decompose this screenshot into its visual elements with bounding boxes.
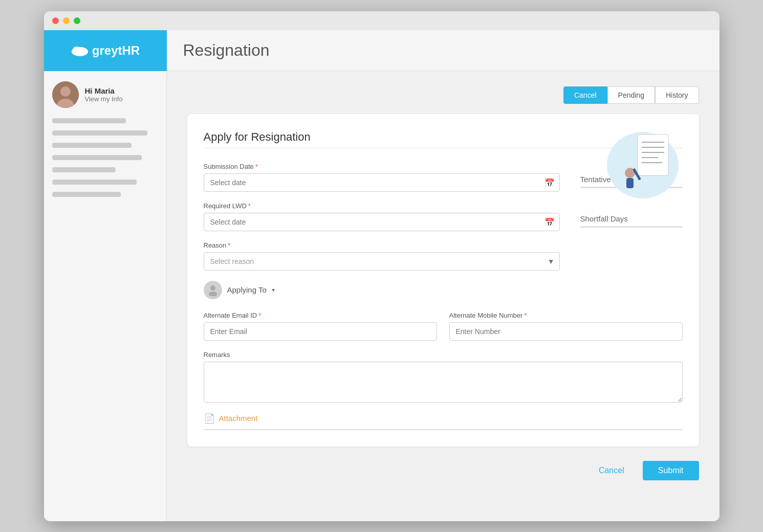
reason-group: Reason* Select reason ▼ xyxy=(204,241,560,271)
required-lwd-group: Required LWD* 📅 xyxy=(204,202,560,231)
nav-item-1[interactable] xyxy=(52,118,126,123)
nav-item-6[interactable] xyxy=(52,180,137,185)
required-lwd-label-el: Required LWD* xyxy=(204,202,560,210)
page-title-area: Resignation xyxy=(167,30,720,71)
nav-item-7[interactable] xyxy=(52,192,121,197)
alternate-email-input[interactable] xyxy=(204,322,437,341)
minimize-btn[interactable] xyxy=(63,17,70,24)
svg-rect-7 xyxy=(638,135,668,175)
avatar xyxy=(52,81,79,108)
required-lwd-input[interactable] xyxy=(204,213,560,231)
form-card: Apply for Resignation Submission Date* 📅 xyxy=(187,114,699,447)
tab-history[interactable]: History xyxy=(655,86,699,104)
reason-row: Reason* Select reason ▼ xyxy=(204,241,683,271)
applying-to-row: Applying To ▾ xyxy=(204,281,683,299)
svg-point-16 xyxy=(210,285,215,291)
user-greeting: Hi Maria xyxy=(85,86,123,95)
svg-rect-14 xyxy=(626,178,634,188)
logo-area: greytHR xyxy=(44,30,167,71)
logo: greytHR xyxy=(71,43,140,58)
tabs-area: Cancel Pending History xyxy=(187,86,699,104)
required-lwd-wrapper: 📅 xyxy=(204,213,560,231)
cloud-icon xyxy=(71,44,89,57)
main-content: Cancel Pending History xyxy=(167,71,720,521)
titlebar xyxy=(44,11,720,30)
tab-pending[interactable]: Pending xyxy=(607,86,655,104)
remarks-label: Remarks xyxy=(204,351,683,359)
svg-point-4 xyxy=(60,86,71,97)
close-btn[interactable] xyxy=(52,17,59,24)
shortfall-days-bar xyxy=(580,226,683,228)
reason-label: Reason* xyxy=(204,241,560,249)
applying-to-chevron[interactable]: ▾ xyxy=(272,286,275,294)
remarks-textarea[interactable] xyxy=(204,362,683,403)
illustration-svg xyxy=(602,124,684,201)
submission-date-wrapper: 📅 xyxy=(204,173,560,192)
required-star: * xyxy=(255,163,258,170)
applying-to-label: Applying To xyxy=(227,285,267,294)
sidebar: Hi Maria View my Info xyxy=(44,71,167,521)
reason-select-wrapper: Select reason ▼ xyxy=(204,252,560,271)
tab-apply[interactable]: Cancel xyxy=(563,86,607,104)
maximize-btn[interactable] xyxy=(74,17,80,24)
alternate-mobile-label: Alternate Mobile Number* xyxy=(449,312,683,319)
remarks-group: Remarks xyxy=(204,351,683,405)
submission-date-input[interactable] xyxy=(204,173,560,192)
nav-item-2[interactable] xyxy=(52,130,147,136)
required-star-5: * xyxy=(524,312,527,319)
logo-text: greytHR xyxy=(92,43,140,58)
submission-date-group: Submission Date* 📅 xyxy=(204,163,560,192)
nav-item-3[interactable] xyxy=(52,143,132,148)
required-lwd-row: Required LWD* 📅 Shortfall Days xyxy=(204,202,683,231)
app-window: greytHR Resignation xyxy=(44,11,720,521)
user-section: Hi Maria View my Info xyxy=(52,81,158,108)
bottom-actions: Cancel Submit xyxy=(187,461,699,480)
avatar-svg xyxy=(52,81,79,108)
nav-item-5[interactable] xyxy=(52,167,116,172)
reason-select[interactable]: Select reason xyxy=(204,252,560,271)
nav-item-4[interactable] xyxy=(52,155,142,160)
attachment-divider xyxy=(204,429,683,430)
person-icon xyxy=(207,284,219,296)
svg-point-17 xyxy=(209,292,217,296)
app-header: greytHR Resignation xyxy=(44,30,720,71)
required-star-4: * xyxy=(258,312,261,319)
email-mobile-row: Alternate Email ID* Alternate Mobile Num… xyxy=(204,312,683,341)
reason-right-spacer xyxy=(580,241,683,249)
alternate-email-label: Alternate Email ID* xyxy=(204,312,437,319)
svg-point-2 xyxy=(79,47,86,54)
alternate-mobile-input[interactable] xyxy=(449,322,683,341)
attachment-icon: 📄 xyxy=(204,413,215,424)
cancel-button[interactable]: Cancel xyxy=(588,461,635,480)
user-info: Hi Maria View my Info xyxy=(85,86,123,103)
illustration xyxy=(602,124,684,201)
user-circle-icon xyxy=(204,281,222,299)
attachment-label[interactable]: Attachment xyxy=(219,414,258,423)
required-star-2: * xyxy=(248,202,251,210)
nav-menu xyxy=(52,118,158,197)
view-my-info-link[interactable]: View my Info xyxy=(85,95,123,103)
shortfall-days-label: Shortfall Days xyxy=(580,209,683,223)
avatar-image xyxy=(52,81,79,108)
shortfall-days-info: Shortfall Days xyxy=(580,202,683,228)
submit-button[interactable]: Submit xyxy=(643,461,699,480)
alternate-mobile-group: Alternate Mobile Number* xyxy=(449,312,683,341)
submission-date-label: Submission Date* xyxy=(204,163,560,170)
alternate-email-group: Alternate Email ID* xyxy=(204,312,437,341)
page-title: Resignation xyxy=(183,41,270,60)
attachment-row[interactable]: 📄 Attachment xyxy=(204,413,683,424)
app-body: Hi Maria View my Info Cancel Pending His… xyxy=(44,71,720,521)
required-star-3: * xyxy=(228,241,230,249)
